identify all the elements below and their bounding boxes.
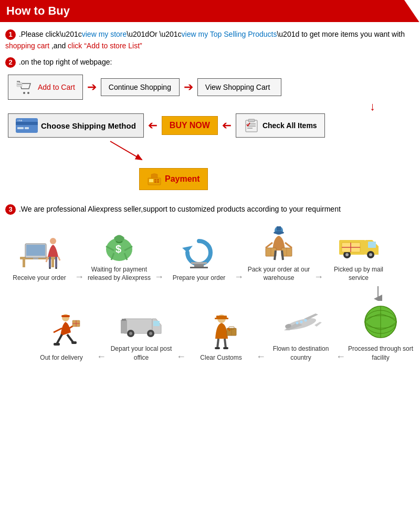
add-to-cart-box: Add to Cart bbox=[8, 75, 83, 100]
svg-rect-66 bbox=[215, 347, 220, 349]
arrow-right-2: ➔ bbox=[184, 80, 193, 94]
svg-text:VISA: VISA bbox=[17, 119, 22, 122]
svg-rect-13 bbox=[247, 128, 253, 129]
process-depart-post: Depart your local post office bbox=[107, 302, 175, 362]
view-cart-box: View Shopping Cart bbox=[197, 78, 281, 96]
svg-point-0 bbox=[23, 92, 25, 94]
svg-rect-16 bbox=[149, 179, 153, 182]
svg-point-57 bbox=[296, 321, 298, 324]
step1-prefix: .Please click\u201c bbox=[19, 30, 82, 38]
buy-now-box[interactable]: BUY NOW bbox=[162, 116, 218, 135]
refresh-arrow-icon bbox=[175, 232, 223, 271]
cart-icon bbox=[16, 79, 35, 95]
continue-shopping-box: Continue Shopping bbox=[101, 78, 180, 96]
arrow-right-1: ➔ bbox=[87, 80, 97, 94]
garbage-truck-icon bbox=[118, 302, 165, 342]
svg-point-35 bbox=[274, 231, 284, 234]
svg-rect-82 bbox=[71, 341, 77, 344]
arr5: ← bbox=[336, 341, 345, 362]
airplane-icon bbox=[277, 302, 324, 342]
worker-boxes-icon bbox=[255, 223, 302, 263]
step2-desc: .on the top right of webpage: bbox=[19, 58, 112, 66]
out-delivery-label: Out for delivery bbox=[40, 353, 82, 362]
pickup-mail-label: Picked up by mail service bbox=[324, 265, 393, 283]
svg-line-14 bbox=[110, 141, 142, 160]
payment-icon bbox=[147, 173, 162, 185]
sort-facility-label: Processed through sort facility bbox=[346, 344, 415, 362]
svg-rect-67 bbox=[223, 347, 228, 349]
choose-shipping-label: Choose Shipping Method bbox=[41, 121, 136, 130]
svg-point-73 bbox=[129, 332, 132, 335]
customs-officer-icon bbox=[197, 311, 245, 351]
svg-rect-25 bbox=[26, 245, 45, 256]
clear-customs-label: Clear Customs bbox=[200, 353, 242, 362]
check-all-items-box: Check All Items bbox=[236, 113, 325, 138]
process-pack-order: Pack your order at our warehouse bbox=[245, 223, 313, 283]
check-all-label: Check All Items bbox=[262, 121, 317, 130]
main-content: 1 .Please click\u201cview my store\u201d… bbox=[0, 22, 420, 371]
step2-text: 2 .on the top right of webpage: bbox=[5, 56, 415, 68]
svg-point-27 bbox=[50, 238, 56, 244]
svg-rect-70 bbox=[121, 320, 127, 333]
waiting-payment-label: Waiting for payment released by Aliexpre… bbox=[85, 265, 153, 283]
link-add-store-list[interactable]: click “Add to store List” bbox=[68, 41, 142, 50]
arr8: ← bbox=[97, 341, 106, 362]
step1-text: 1 .Please click\u201cview my store\u201d… bbox=[5, 28, 415, 52]
arrow-left-2: ➔ bbox=[222, 119, 232, 132]
flow-diagram: Add to Cart ➔ Continue Shopping ➔ View S… bbox=[5, 72, 415, 198]
svg-rect-12 bbox=[247, 126, 256, 127]
svg-point-75 bbox=[149, 332, 152, 335]
running-delivery-icon bbox=[38, 311, 85, 351]
page-header: How to Buy bbox=[0, 0, 420, 22]
link-view-store[interactable]: view my store bbox=[82, 30, 127, 38]
process-waiting-payment: $ Waiting for payment released by Aliexp… bbox=[85, 223, 153, 283]
choose-shipping-box: VISA Choose Shipping Method bbox=[8, 113, 144, 138]
process-prepare-order: Prepare your order bbox=[165, 232, 233, 283]
depart-post-label: Depart your local post office bbox=[107, 344, 175, 362]
svg-rect-10 bbox=[248, 119, 255, 122]
svg-rect-33 bbox=[190, 267, 208, 268]
svg-rect-7 bbox=[25, 127, 29, 129]
arr6: ← bbox=[256, 341, 266, 362]
buy-now-label: BUY NOW bbox=[170, 121, 210, 130]
person-computer-icon bbox=[16, 232, 63, 271]
flow-row1: Add to Cart ➔ Continue Shopping ➔ View S… bbox=[8, 75, 412, 100]
arr2: → bbox=[154, 261, 164, 283]
step3-num: 3 bbox=[5, 204, 16, 215]
step3-text: 3 .We are professional Aliexpress seller… bbox=[5, 203, 415, 215]
step2-num: 2 bbox=[5, 57, 16, 68]
flow-down-arrow: ↓ bbox=[8, 101, 412, 112]
process-row1: Receive your order → $ bbox=[5, 223, 415, 283]
prepare-order-label: Prepare your order bbox=[173, 274, 226, 283]
svg-rect-81 bbox=[54, 343, 60, 346]
process-out-delivery: Out for delivery bbox=[27, 311, 96, 362]
svg-rect-77 bbox=[61, 315, 70, 317]
diagonal-arrow-svg bbox=[108, 139, 150, 162]
step1-num: 1 bbox=[5, 29, 16, 40]
view-cart-label: View Shopping Cart bbox=[205, 83, 270, 91]
continue-shopping-label: Continue Shopping bbox=[109, 83, 171, 91]
link-shopping-cart[interactable]: shopping cart bbox=[5, 41, 49, 50]
svg-point-59 bbox=[304, 319, 307, 321]
link-top-selling[interactable]: view my Top Selling Products bbox=[182, 30, 277, 38]
svg-point-1 bbox=[27, 92, 29, 94]
arr3: → bbox=[234, 261, 244, 283]
arr4: → bbox=[314, 261, 323, 283]
payment-box[interactable]: Payment bbox=[139, 168, 208, 190]
svg-rect-32 bbox=[194, 264, 204, 267]
process-receive-order: Receive your order bbox=[5, 232, 74, 283]
svg-rect-17 bbox=[154, 179, 156, 181]
svg-point-58 bbox=[300, 320, 302, 323]
process-pickup-mail: Picked up by mail service bbox=[324, 223, 393, 283]
flow-row3: Payment bbox=[8, 168, 412, 190]
svg-rect-42 bbox=[368, 242, 376, 248]
delivery-truck-icon bbox=[335, 223, 382, 263]
svg-rect-62 bbox=[215, 318, 228, 319]
diagonal-arrow bbox=[8, 139, 412, 164]
receive-order-label: Receive your order bbox=[13, 274, 66, 283]
svg-rect-5 bbox=[16, 122, 38, 125]
process-down-arrow bbox=[5, 285, 415, 301]
page-title: How to Buy bbox=[6, 4, 70, 18]
svg-rect-19 bbox=[154, 181, 156, 183]
svg-rect-3 bbox=[17, 84, 22, 85]
